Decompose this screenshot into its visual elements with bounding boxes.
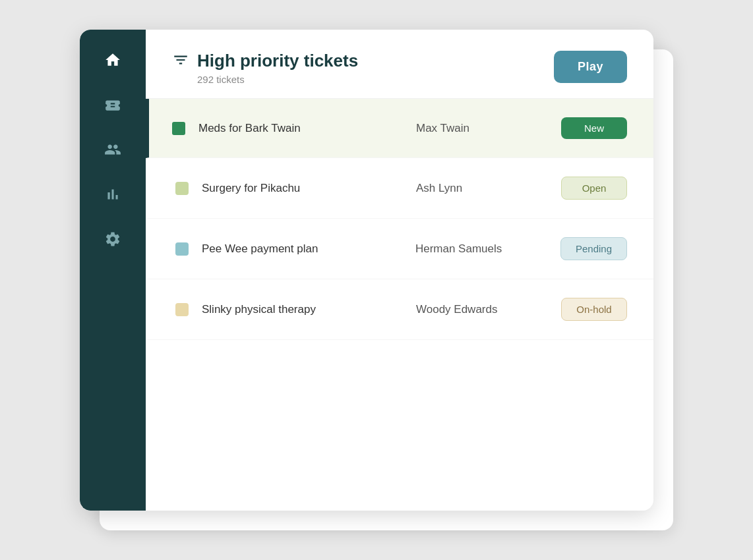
sidebar-item-tickets[interactable]	[101, 93, 125, 117]
main-content: High priority tickets 292 tickets Play M…	[146, 30, 653, 511]
table-row[interactable]: Pee Wee payment plan Herman Samuels Pend…	[146, 219, 653, 279]
title-row: High priority tickets	[172, 51, 358, 71]
play-button[interactable]: Play	[554, 51, 627, 83]
status-dot-onhold	[175, 303, 189, 316]
table-row[interactable]: Meds for Bark Twain Max Twain New	[146, 99, 653, 158]
ticket-title: Meds for Bark Twain	[198, 122, 403, 135]
status-dot-new	[172, 122, 185, 135]
status-dot-open	[175, 182, 189, 195]
sidebar-item-contacts[interactable]	[101, 138, 125, 161]
status-badge: Open	[561, 177, 627, 200]
page-header: High priority tickets 292 tickets Play	[146, 30, 653, 99]
sidebar-item-settings[interactable]	[101, 227, 125, 251]
ticket-title: Surgery for Pikachu	[202, 182, 403, 195]
ticket-client: Herman Samuels	[415, 242, 547, 256]
tickets-list: Meds for Bark Twain Max Twain New Surger…	[146, 99, 653, 511]
table-row[interactable]: Slinky physical therapy Woody Edwards On…	[146, 279, 653, 340]
status-badge: Pending	[560, 237, 627, 260]
sidebar	[80, 30, 146, 511]
table-row[interactable]: Surgery for Pikachu Ash Lynn Open	[146, 158, 653, 219]
filter-icon	[172, 51, 189, 71]
ticket-count: 292 tickets	[197, 74, 358, 85]
status-badge: New	[561, 117, 627, 139]
ticket-title: Pee Wee payment plan	[202, 242, 402, 256]
status-dot-pending	[175, 242, 189, 256]
sidebar-item-home[interactable]	[101, 48, 125, 72]
ticket-client: Ash Lynn	[416, 182, 548, 195]
ticket-client: Max Twain	[416, 122, 548, 135]
ticket-client: Woody Edwards	[416, 303, 548, 316]
page-title: High priority tickets	[197, 51, 358, 71]
status-badge: On-hold	[561, 298, 627, 321]
header-left: High priority tickets 292 tickets	[172, 51, 358, 85]
sidebar-item-analytics[interactable]	[101, 182, 125, 206]
ticket-title: Slinky physical therapy	[202, 303, 403, 316]
